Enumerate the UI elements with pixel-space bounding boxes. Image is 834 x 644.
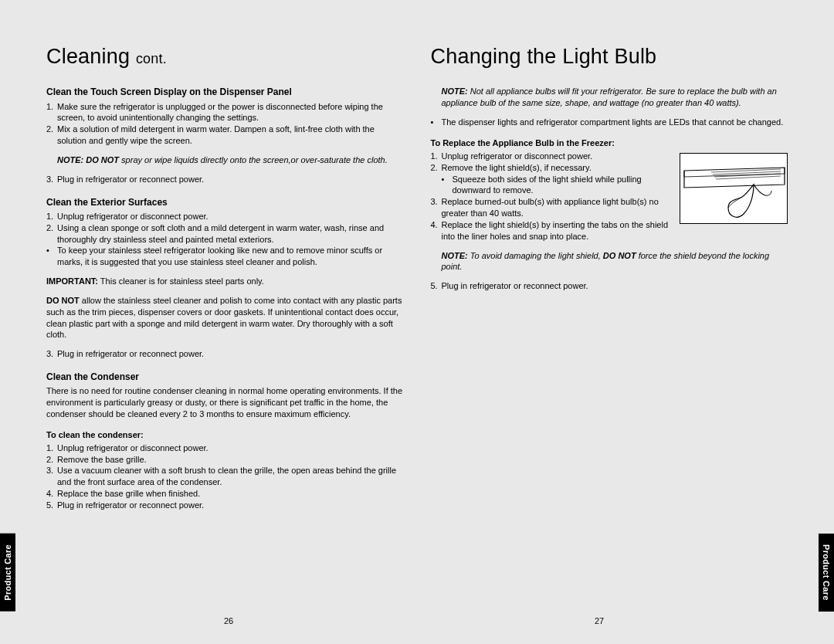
do-not-label: DO NOT [603,251,636,260]
ordered-list: 3.Plug in refrigerator or reconnect powe… [46,174,404,185]
ordered-list: 1.Make sure the refrigerator is unplugge… [46,101,404,147]
side-tab-right: Product Care [819,534,834,612]
note-label: NOTE: DO NOT [57,155,119,164]
heading-suffix: cont. [136,51,167,66]
list-item: Remove the base grille. [57,454,147,466]
page-number-left: 26 [224,616,233,625]
bullet-text: The dispenser lights and refrigerator co… [442,117,784,128]
right-page: Changing the Light Bulb NOTE: Not all ap… [431,42,788,621]
list-item: Plug in refrigerator or reconnect power. [57,348,204,360]
list-item: Replace the light shield(s) by inserting… [442,219,674,242]
page-number-right: 27 [595,616,604,625]
list-item: Use a vacuum cleaner with a soft brush t… [57,465,404,488]
list-item: Using a clean sponge or soft cloth and a… [57,222,404,246]
side-tab-left: Product Care [0,534,15,612]
left-page: Cleaning cont. Clean the Touch Screen Di… [46,42,404,621]
page-spread: Cleaning cont. Clean the Touch Screen Di… [0,0,834,644]
paragraph: There is no need for routine condenser c… [46,385,404,420]
note-body: spray or wipe liquids directly onto the … [119,155,388,164]
list-item: Replace burned-out bulb(s) with applianc… [442,196,674,219]
bullet-text: Squeeze both sides of the light shield w… [453,174,674,197]
note-block: NOTE: DO NOT spray or wipe liquids direc… [46,154,404,166]
bullet-item: •To keep your stainless steel refrigerat… [46,245,404,268]
note-label: NOTE: [442,86,468,96]
page-title-left: Cleaning cont. [46,42,404,70]
list-item: Unplug refrigerator or disconnect power. [442,151,593,162]
heading-text: Cleaning [46,45,130,68]
section-heading: Clean the Condenser [46,371,404,383]
do-not-body: allow the stainless steel cleaner and po… [46,296,402,340]
bullet-item: •The dispenser lights and refrigerator c… [431,117,788,128]
note-label: NOTE: [442,251,468,260]
list-item: Make sure the refrigerator is unplugged … [57,101,404,124]
note-block: NOTE: Not all appliance bulbs will fit y… [431,86,788,109]
list-item: Replace the base grille when finished. [57,488,200,500]
ordered-list: 1.Unplug refrigerator or disconnect powe… [46,442,404,511]
paragraph: DO NOT allow the stainless steel cleaner… [46,295,404,341]
list-item: Unplug refrigerator or disconnect power. [57,211,208,222]
list-item: Unplug refrigerator or disconnect power. [57,442,208,454]
paragraph: IMPORTANT: This cleaner is for stainless… [46,276,404,287]
note-block: NOTE: To avoid damaging the light shield… [431,250,788,273]
light-shield-illustration [680,153,788,224]
section-heading: Clean the Touch Screen Display on the Di… [46,86,404,98]
section-heading: Clean the Exterior Surfaces [46,196,404,208]
list-item: Plug in refrigerator or reconnect power. [57,174,204,185]
bullet-text: To keep your stainless steel refrigerato… [57,245,404,268]
list-item: Mix a solution of mild detergent in warm… [57,124,404,147]
list-item: Remove the light shield(s), if necessary… [442,162,592,174]
list-item: Plug in refrigerator or reconnect power. [57,500,204,511]
sub-subheading: To clean the condenser: [46,429,404,441]
important-body: This cleaner is for stainless steel part… [98,276,264,286]
ordered-list: 3.Plug in refrigerator or reconnect powe… [46,348,404,360]
do-not-label: DO NOT [46,296,80,305]
ordered-list: 1.Unplug refrigerator or disconnect powe… [46,211,404,246]
ordered-list: 5.Plug in refrigerator or reconnect powe… [431,280,788,292]
note-body-1: To avoid damaging the light shield, [468,251,603,260]
page-title-right: Changing the Light Bulb [431,42,788,70]
sub-bullet-item: •Squeeze both sides of the light shield … [431,174,674,197]
important-label: IMPORTANT: [46,276,98,286]
sub-subheading: To Replace the Appliance Bulb in the Fre… [431,137,788,149]
list-item: Plug in refrigerator or reconnect power. [442,280,588,292]
note-body: Not all appliance bulbs will fit your re… [442,86,777,107]
